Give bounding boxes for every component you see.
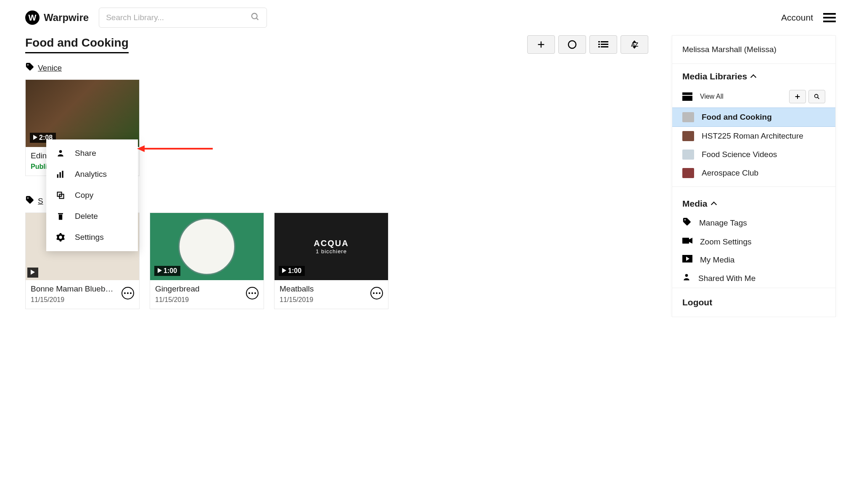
svg-rect-9 — [598, 46, 600, 47]
svg-marker-29 — [689, 238, 692, 244]
sidebar-item-food[interactable]: Food and Cooking — [672, 108, 835, 127]
duration-badge: 1:00 — [154, 266, 180, 276]
media-card[interactable]: ACQUA1 bicchiere 1:00 Meatballs 11/15/20… — [274, 213, 388, 309]
tag-icon — [25, 195, 34, 207]
sidebar-section-libraries[interactable]: Media Libraries — [672, 64, 835, 86]
context-share[interactable]: Share — [46, 143, 138, 164]
svg-marker-21 — [137, 145, 145, 152]
more-button[interactable] — [121, 287, 134, 299]
context-menu: Share Analytics Copy Delete Settings — [46, 139, 138, 251]
svg-line-26 — [818, 97, 819, 99]
svg-rect-6 — [601, 41, 608, 42]
svg-point-4 — [568, 41, 576, 48]
record-button[interactable] — [558, 35, 586, 54]
search-box[interactable] — [99, 8, 267, 28]
sidebar-section-media[interactable]: Media — [672, 191, 835, 213]
sidebar-shared-with-me[interactable]: Shared With Me — [672, 269, 835, 288]
svg-line-1 — [256, 18, 259, 20]
trash-icon — [55, 212, 66, 221]
svg-rect-5 — [598, 41, 600, 42]
sidebar-item-aero[interactable]: Aerospace Club — [672, 164, 835, 182]
library-thumb — [682, 131, 694, 141]
more-button[interactable] — [246, 287, 259, 299]
person-icon — [55, 149, 66, 158]
card-date: 11/15/2019 — [31, 296, 118, 304]
tag-label: Venice — [38, 63, 62, 73]
search-input[interactable] — [106, 13, 251, 22]
svg-rect-18 — [58, 213, 63, 215]
search-icon[interactable] — [251, 12, 260, 23]
card-title: Gingerbread — [155, 284, 243, 294]
sidebar-zoom-settings[interactable]: Zoom Settings — [672, 233, 835, 251]
svg-rect-10 — [601, 46, 608, 47]
sidebar-user: Melissa Marshall (Melissa) — [672, 36, 835, 64]
menu-icon[interactable] — [823, 13, 836, 22]
thumbnail: 1:00 — [150, 213, 264, 280]
add-button[interactable] — [527, 35, 555, 54]
tag-icon — [25, 62, 34, 74]
svg-point-27 — [684, 219, 686, 220]
svg-rect-14 — [60, 172, 61, 178]
card-date: 11/15/2019 — [280, 296, 367, 304]
brand-name: Warpwire — [44, 12, 89, 24]
svg-point-32 — [685, 274, 688, 277]
svg-rect-15 — [62, 171, 63, 178]
logo-icon: W — [25, 10, 40, 25]
svg-point-12 — [59, 150, 62, 153]
svg-rect-8 — [601, 44, 608, 45]
svg-point-0 — [252, 13, 257, 19]
sidebar-search-library-button[interactable] — [808, 90, 825, 103]
gear-icon — [55, 233, 66, 242]
thumbnail: 2:08 — [26, 80, 139, 147]
svg-point-22 — [27, 197, 29, 199]
card-date: 11/15/2019 — [155, 296, 243, 304]
sort-button[interactable]: AZ — [621, 35, 648, 54]
library-thumb — [682, 112, 694, 122]
svg-rect-7 — [598, 44, 600, 45]
media-card[interactable]: 1:00 Gingerbread 11/15/2019 — [150, 213, 264, 309]
tag-row-venice[interactable]: Venice — [25, 62, 648, 74]
person-icon — [682, 273, 691, 284]
context-copy[interactable]: Copy — [46, 185, 138, 206]
thumbnail: ACQUA1 bicchiere 1:00 — [275, 213, 388, 280]
page-title[interactable]: Food and Cooking — [25, 36, 129, 53]
tag-icon — [682, 217, 692, 228]
card-title: Bonne Maman Blueb… — [31, 284, 118, 294]
context-analytics[interactable]: Analytics — [46, 164, 138, 185]
context-settings[interactable]: Settings — [46, 227, 138, 248]
play-icon — [682, 255, 692, 265]
sidebar-item-fsv[interactable]: Food Science Videos — [672, 145, 835, 164]
sidebar-logout[interactable]: Logout — [672, 288, 835, 317]
topbar: W Warpwire Account — [0, 0, 861, 35]
duration-badge — [27, 268, 38, 278]
svg-rect-19 — [59, 215, 62, 220]
copy-icon — [55, 191, 66, 200]
camera-icon — [682, 237, 692, 247]
chevron-up-icon — [751, 71, 755, 81]
sidebar: Melissa Marshall (Melissa) Media Librari… — [672, 35, 836, 317]
duration-badge: 1:00 — [279, 266, 305, 276]
sidebar-add-library-button[interactable] — [789, 90, 806, 103]
context-delete[interactable]: Delete — [46, 206, 138, 227]
analytics-icon — [55, 170, 66, 178]
svg-point-11 — [27, 64, 29, 66]
svg-rect-28 — [682, 238, 689, 244]
svg-rect-13 — [57, 174, 58, 178]
sidebar-item-hst[interactable]: HST225 Roman Architecture — [672, 127, 835, 145]
library-thumb — [682, 168, 694, 178]
sidebar-view-all[interactable]: View All — [700, 93, 724, 100]
more-button[interactable] — [370, 287, 383, 299]
tag-label: S — [38, 197, 43, 206]
sidebar-manage-tags[interactable]: Manage Tags — [672, 213, 835, 233]
sidebar-my-media[interactable]: My Media — [672, 251, 835, 269]
account-link[interactable]: Account — [781, 13, 813, 23]
view-list-button[interactable] — [589, 35, 617, 54]
card-title: Meatballs — [280, 284, 367, 294]
chevron-up-icon — [712, 199, 716, 209]
library-thumb — [682, 150, 694, 160]
logo[interactable]: W Warpwire — [25, 10, 89, 25]
arrow-annotation — [137, 144, 213, 155]
svg-point-25 — [815, 94, 818, 98]
stack-icon — [682, 92, 692, 101]
